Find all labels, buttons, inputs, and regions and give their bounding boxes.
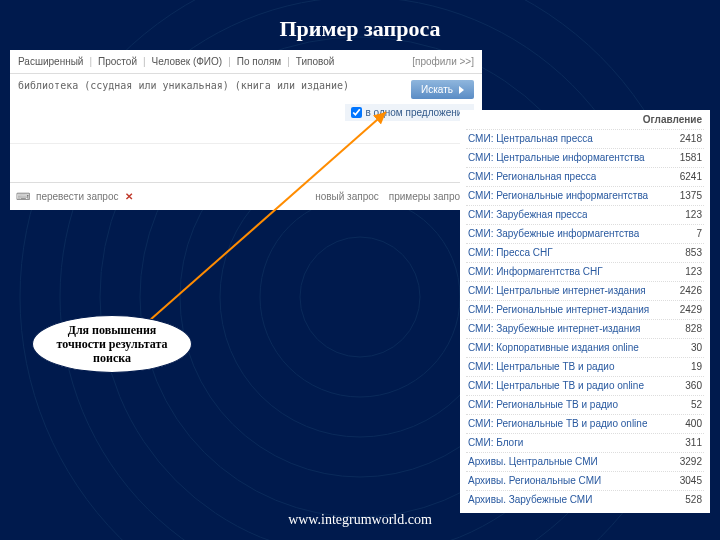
category-count: 7: [696, 227, 702, 241]
search-button[interactable]: Искать: [411, 80, 474, 99]
category-row[interactable]: СМИ: Зарубежная пресса123: [466, 205, 704, 224]
category-label: СМИ: Пресса СНГ: [468, 246, 553, 260]
category-count: 2429: [680, 303, 702, 317]
category-label: СМИ: Центральные информагентства: [468, 151, 645, 165]
category-row[interactable]: СМИ: Региональные информагентства1375: [466, 186, 704, 205]
category-count: 360: [685, 379, 702, 393]
category-row[interactable]: СМИ: Пресса СНГ853: [466, 243, 704, 262]
category-count: 52: [691, 398, 702, 412]
category-label: СМИ: Региональные ТВ и радио: [468, 398, 618, 412]
category-row[interactable]: СМИ: Региональные ТВ и радио52: [466, 395, 704, 414]
category-label: Архивы. Центральные СМИ: [468, 455, 598, 469]
category-list: Оглавление СМИ: Центральная пресса2418СМ…: [460, 110, 710, 513]
search-panel: Расширенный| Простой| Человек (ФИО)| По …: [10, 50, 482, 210]
category-row[interactable]: СМИ: Информагентства СНГ123: [466, 262, 704, 281]
category-label: СМИ: Региональные информагентства: [468, 189, 648, 203]
page-title: Пример запроса: [0, 16, 720, 42]
category-count: 6241: [680, 170, 702, 184]
category-row[interactable]: Архивы. Зарубежные СМИ528: [466, 490, 704, 509]
category-label: СМИ: Зарубежные информагентства: [468, 227, 639, 241]
category-label: СМИ: Корпоративные издания online: [468, 341, 639, 355]
category-label: СМИ: Центральная пресса: [468, 132, 593, 146]
category-count: 19: [691, 360, 702, 374]
category-list-header: Оглавление: [466, 110, 704, 129]
category-label: СМИ: Региональные ТВ и радио online: [468, 417, 647, 431]
category-count: 3292: [680, 455, 702, 469]
category-label: СМИ: Центральные интернет-издания: [468, 284, 646, 298]
category-row[interactable]: СМИ: Корпоративные издания online30: [466, 338, 704, 357]
search-tabs: Расширенный| Простой| Человек (ФИО)| По …: [10, 50, 482, 74]
svg-point-0: [300, 237, 420, 357]
category-count: 123: [685, 208, 702, 222]
category-count: 1375: [680, 189, 702, 203]
category-count: 528: [685, 493, 702, 507]
category-label: СМИ: Региональная пресса: [468, 170, 596, 184]
one-sentence-checkbox[interactable]: [351, 107, 362, 118]
category-row[interactable]: Архивы. Региональные СМИ3045: [466, 471, 704, 490]
query-text[interactable]: библиотека (ссудная или уникальная) (кни…: [18, 80, 474, 91]
category-count: 828: [685, 322, 702, 336]
category-label: СМИ: Зарубежная пресса: [468, 208, 587, 222]
category-count: 311: [685, 436, 702, 450]
category-row[interactable]: СМИ: Центральные информагентства1581: [466, 148, 704, 167]
category-label: Архивы. Региональные СМИ: [468, 474, 601, 488]
category-count: 853: [685, 246, 702, 260]
category-row[interactable]: СМИ: Зарубежные информагентства7: [466, 224, 704, 243]
category-count: 400: [685, 417, 702, 431]
category-row[interactable]: СМИ: Центральные интернет-издания2426: [466, 281, 704, 300]
new-query[interactable]: новый запрос: [315, 191, 379, 202]
tab-profiles[interactable]: [профили >>]: [412, 56, 474, 67]
callout-bubble: Для повышения точности результата поиска: [32, 315, 192, 373]
category-row[interactable]: СМИ: Региональная пресса6241: [466, 167, 704, 186]
category-count: 2418: [680, 132, 702, 146]
clear-query-icon[interactable]: ✕: [125, 191, 133, 202]
category-count: 30: [691, 341, 702, 355]
category-row[interactable]: СМИ: Центральная пресса2418: [466, 129, 704, 148]
keyboard-icon[interactable]: ⌨: [16, 191, 30, 202]
category-label: СМИ: Информагентства СНГ: [468, 265, 603, 279]
tab-typical[interactable]: Типовой: [296, 56, 335, 67]
category-row[interactable]: СМИ: Блоги311: [466, 433, 704, 452]
category-label: СМИ: Региональные интернет-издания: [468, 303, 649, 317]
category-label: СМИ: Зарубежные интернет-издания: [468, 322, 640, 336]
footer-url: www.integrumworld.com: [0, 512, 720, 528]
translate-query[interactable]: перевести запрос: [36, 191, 119, 202]
category-row[interactable]: СМИ: Центральные ТВ и радио online360: [466, 376, 704, 395]
category-row[interactable]: Архивы. Центральные СМИ3292: [466, 452, 704, 471]
tab-fio[interactable]: Человек (ФИО): [152, 56, 223, 67]
one-sentence-label: в одном предложении: [366, 107, 469, 118]
tab-expanded[interactable]: Расширенный: [18, 56, 83, 67]
svg-point-1: [260, 197, 460, 397]
category-label: Архивы. Зарубежные СМИ: [468, 493, 592, 507]
category-row[interactable]: СМИ: Региональные ТВ и радио online400: [466, 414, 704, 433]
tab-fields[interactable]: По полям: [237, 56, 281, 67]
search-footer: ⌨ перевести запрос ✕ новый запрос пример…: [10, 182, 482, 210]
search-button-label: Искать: [421, 84, 453, 95]
category-label: СМИ: Центральные ТВ и радио online: [468, 379, 644, 393]
category-count: 1581: [680, 151, 702, 165]
query-area: библиотека (ссудная или уникальная) (кни…: [10, 74, 482, 144]
category-label: СМИ: Центральные ТВ и радио: [468, 360, 615, 374]
category-count: 123: [685, 265, 702, 279]
category-row[interactable]: СМИ: Зарубежные интернет-издания828: [466, 319, 704, 338]
category-row[interactable]: СМИ: Центральные ТВ и радио19: [466, 357, 704, 376]
category-label: СМИ: Блоги: [468, 436, 523, 450]
category-row[interactable]: СМИ: Региональные интернет-издания2429: [466, 300, 704, 319]
category-count: 3045: [680, 474, 702, 488]
tab-simple[interactable]: Простой: [98, 56, 137, 67]
one-sentence-option[interactable]: в одном предложении: [345, 104, 475, 121]
category-count: 2426: [680, 284, 702, 298]
